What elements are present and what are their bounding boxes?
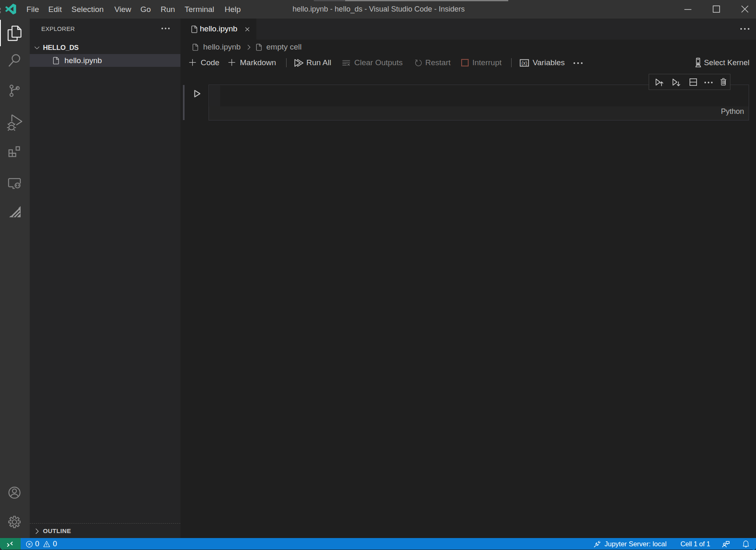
svg-text:(x): (x): [521, 60, 527, 66]
